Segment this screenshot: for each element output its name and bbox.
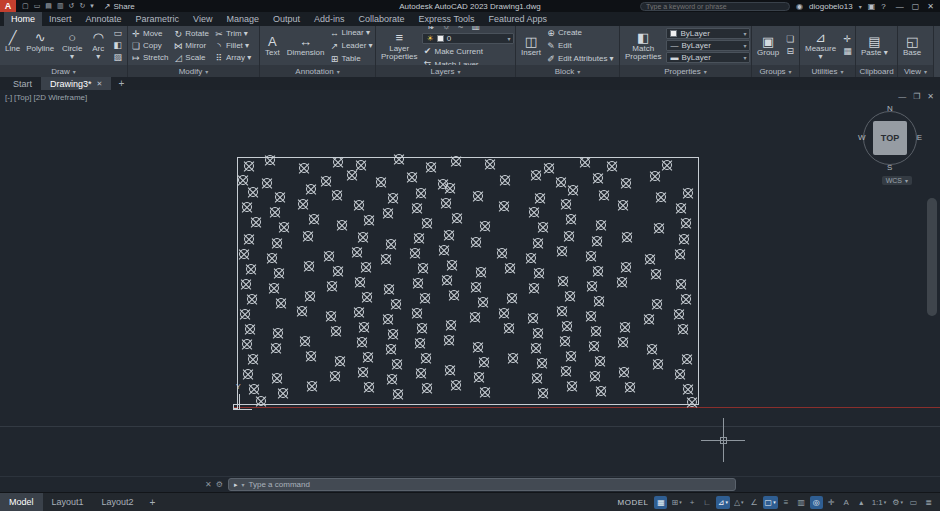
viewport-control-2[interactable]: [2D Wireframe] [33,93,87,102]
modify-stretch-button[interactable]: ↦Stretch [131,52,168,64]
draw-circle-button[interactable]: ○Circle ▾ [58,30,86,61]
annotation-table-button[interactable]: ⊞Table [329,53,372,65]
status-workspace-switching[interactable]: ⚙▾ [890,496,905,509]
viewport-control-1[interactable]: [Top] [14,93,31,102]
qat-plot-icon[interactable]: ▥ [57,2,64,10]
layer-tool-icon-2[interactable]: ≈ [456,26,465,32]
status-annotation-visibility[interactable]: A [840,496,853,509]
app-store-icon[interactable]: ▣ [868,2,876,11]
groups-side-icon-0[interactable]: ❏ [784,34,796,45]
modify-rotate-button[interactable]: ↻Rotate [173,28,209,40]
qat-new-icon[interactable]: ▢ [22,2,29,10]
navigation-bar[interactable] [927,198,937,316]
status-grid-display[interactable]: ▦ [654,496,667,509]
viewcube-south[interactable]: S [887,163,892,172]
viewcube-east[interactable]: E [917,133,922,142]
modify-mirror-button[interactable]: ⋈Mirror [173,40,209,52]
ribbon-tab-home[interactable]: Home [4,12,42,26]
panel-footer-modify[interactable]: Modify ▾ [128,65,259,77]
block-edit-button[interactable]: ✎Edit [546,40,614,52]
modify-trim-button[interactable]: ✂Trim ▾ [214,28,251,40]
modify-array-button[interactable]: ⠿Array ▾ [214,52,251,64]
ribbon-tab-express-tools[interactable]: Express Tools [412,12,482,26]
draw-arc-button[interactable]: ◠Arc ▾ [88,30,108,61]
draw-extra-icon-0[interactable]: ▭ [111,28,124,39]
status-customization[interactable]: ≣ [922,496,935,509]
file-tab-drawing3[interactable]: Drawing3*✕ [41,77,111,90]
file-tab-start[interactable]: Start [4,77,41,90]
layers-match-layer-button[interactable]: ⇆Match Layer [422,58,514,65]
doc-close-icon[interactable]: ✕ [927,92,934,101]
add-drawing-button[interactable]: + [111,77,131,90]
panel-footer-view[interactable]: View ▾ [898,65,933,77]
panel-footer-utilities[interactable]: Utilities ▾ [800,65,855,77]
minimize-button[interactable]: — [896,2,904,11]
status-annotation-autoscale[interactable]: ▴ [855,496,868,509]
modify-move-button[interactable]: ✛Move [131,28,168,40]
ribbon-tab-add-ins[interactable]: Add-ins [307,12,352,26]
block-insert-button[interactable]: ◫Insert [519,34,543,57]
status-3d-object-snap[interactable]: ✛ [825,496,838,509]
block-edit-attributes-button[interactable]: ✐Edit Attributes ▾ [546,53,614,65]
annotation-dimension-button[interactable]: ↔Dimension [285,34,327,57]
chevron-down-icon[interactable]: ▾ [859,3,862,10]
command-close-icon[interactable]: ✕ [205,480,212,489]
ribbon-tab-featured-apps[interactable]: Featured Apps [481,12,554,26]
qat-save-icon[interactable]: ▤ [45,2,52,10]
modify-scale-button[interactable]: ◿Scale [173,52,209,64]
doc-minimize-icon[interactable]: — [898,92,906,101]
draw-line-button[interactable]: ╱Line [3,30,22,61]
view-base-button[interactable]: ◱Base [901,34,923,57]
status-annotation-scale[interactable]: 1:1▾ [870,496,889,509]
clipboard-paste-button[interactable]: ▤Paste ▾ [859,34,890,57]
panel-footer-groups[interactable]: Groups ▾ [752,65,799,77]
annotation-leader-button[interactable]: ↗Leader ▾ [329,40,372,52]
status-transparency[interactable]: ▥ [795,496,808,509]
layout-tab-layout2[interactable]: Layout2 [93,493,143,511]
status-isometric-drafting[interactable]: △▾ [732,496,746,509]
drawing-canvas[interactable]: [-][Top][2D Wireframe] —❐✕ Y N W E S TOP… [0,90,940,476]
properties-combo-0[interactable]: ByLayer▾ [666,28,750,39]
layers-layer-properties-button[interactable]: ≡Layer Properties [379,30,419,61]
ribbon-tab-insert[interactable]: Insert [42,12,79,26]
layers-make-current-button[interactable]: ✔Make Current [422,45,514,57]
qat-redo-icon[interactable]: ↻ [79,2,85,10]
utilities-side-icon-0[interactable]: ✛ [841,34,854,45]
panel-footer-layers[interactable]: Layers ▾ [376,65,515,77]
status-dynamic-input[interactable]: + [686,496,699,509]
command-customize-icon[interactable]: ⚙ [216,480,223,489]
search-input[interactable] [640,2,790,11]
share-button[interactable]: ↗ Share [104,2,135,11]
properties-combo-2[interactable]: ▬ByLayer▾ [666,52,750,63]
layout-tab-model[interactable]: Model [0,493,43,511]
status-object-snap-tracking[interactable]: ∠ [748,496,761,509]
add-layout-button[interactable]: + [143,493,163,511]
layer-tool-icon-0[interactable]: ⇅ [424,26,436,32]
ribbon-tab-view[interactable]: View [186,12,219,26]
panel-footer-properties[interactable]: Properties ▾ [620,65,751,77]
utilities-measure-button[interactable]: ⊿Measure ▾ [803,30,838,61]
viewcube-west[interactable]: W [858,133,866,142]
layout-tab-layout1[interactable]: Layout1 [43,493,93,511]
status-object-snap[interactable]: ▢▾ [763,496,778,509]
panel-footer-block[interactable]: Block ▾ [516,65,619,77]
properties-combo-1[interactable]: —ByLayer▾ [666,40,750,51]
layer-tool-icon-3[interactable]: ▥ [469,26,482,32]
wcs-dropdown[interactable]: WCS ▾ [882,176,912,185]
draw-extra-icon-1[interactable]: ◧ [111,40,124,51]
viewcube[interactable]: N W E S TOP [858,106,922,170]
properties-match-properties-button[interactable]: ◧Match Properties [623,30,663,61]
user-avatar-icon[interactable]: ◉ [796,2,803,11]
status-snap-mode[interactable]: ⊞▾ [669,496,683,509]
command-line-input[interactable]: ▸ ▾ Type a command [228,478,736,491]
ribbon-tab-annotate[interactable]: Annotate [79,12,129,26]
viewcube-north[interactable]: N [887,104,893,113]
modify-copy-button[interactable]: ❏Copy [131,40,168,52]
status-selection-cycling[interactable]: ◎ [810,496,823,509]
ribbon-tab-parametric[interactable]: Parametric [129,12,187,26]
status-ortho-mode[interactable]: ∟ [701,496,714,509]
doc-restore-icon[interactable]: ❐ [913,92,920,101]
qat-open-icon[interactable]: ▭ [34,2,41,10]
block-create-button[interactable]: ⊕Create [546,27,614,39]
status-lineweight-display[interactable]: ≡ [780,496,793,509]
